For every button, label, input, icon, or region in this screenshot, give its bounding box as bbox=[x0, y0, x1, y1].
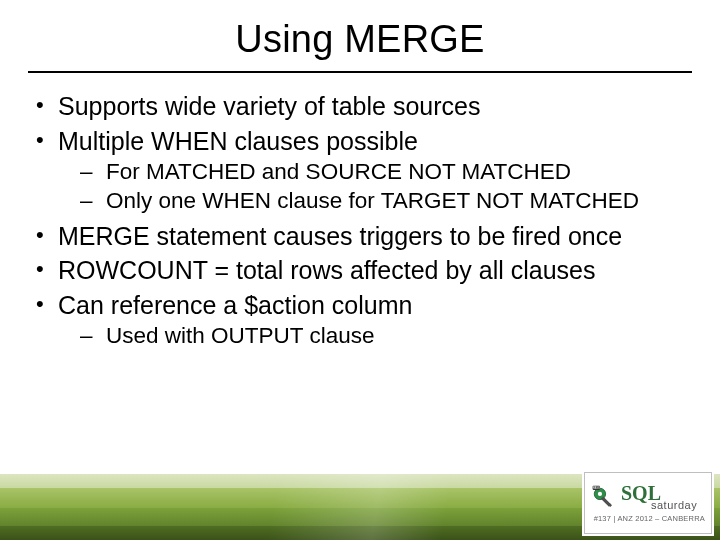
key-icon: PASS bbox=[591, 485, 617, 511]
slide-title: Using MERGE bbox=[0, 0, 720, 67]
sub-bullet-item: Used with OUTPUT clause bbox=[58, 322, 692, 349]
svg-point-1 bbox=[598, 492, 602, 496]
sub-bullet-item: Only one WHEN clause for TARGET NOT MATC… bbox=[58, 187, 692, 214]
bullet-text: Can reference a $action column bbox=[58, 291, 412, 319]
slide-body: Supports wide variety of table sources M… bbox=[0, 73, 720, 350]
pass-badge-text: PASS bbox=[593, 486, 600, 490]
event-logo: PASS SQL saturday #137 | ANZ 2012 – CANB… bbox=[584, 472, 712, 534]
bullet-text: Multiple WHEN clauses possible bbox=[58, 127, 418, 155]
sub-bullet-item: For MATCHED and SOURCE NOT MATCHED bbox=[58, 158, 692, 185]
logo-brand-bottom: saturday bbox=[651, 499, 697, 511]
logo-tagline: #137 | ANZ 2012 – CANBERRA bbox=[591, 514, 705, 523]
bullet-item: Supports wide variety of table sources bbox=[28, 91, 692, 122]
bullet-item: Multiple WHEN clauses possible For MATCH… bbox=[28, 126, 692, 215]
footer-bar: PASS SQL saturday #137 | ANZ 2012 – CANB… bbox=[0, 470, 720, 540]
bullet-item: ROWCOUNT = total rows affected by all cl… bbox=[28, 255, 692, 286]
bullet-item: MERGE statement causes triggers to be fi… bbox=[28, 221, 692, 252]
bullet-item: Can reference a $action column Used with… bbox=[28, 290, 692, 350]
